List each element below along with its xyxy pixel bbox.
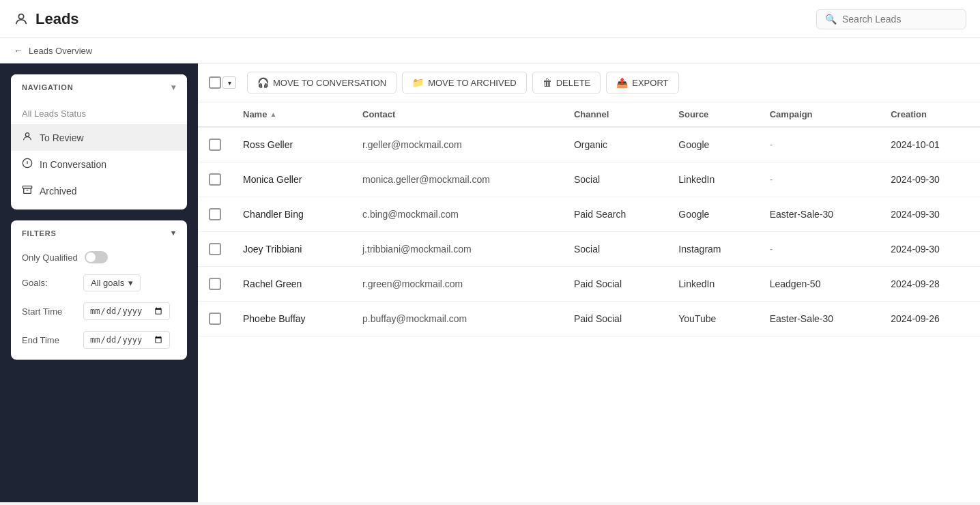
row-name: Joey Tribbiani [232,232,351,267]
col-name[interactable]: Name ▲ [232,102,351,127]
col-source: Source [667,102,758,127]
export-button[interactable]: 📤 EXPORT [606,72,678,93]
row-checkbox[interactable] [209,313,221,325]
goals-chevron-icon: ▾ [128,278,133,288]
dropdown-arrow-icon: ▾ [228,79,231,87]
row-creation: 2024-09-30 [880,197,980,232]
start-time-row: Start Time [11,297,187,326]
move-to-archived-button[interactable]: 📁 MOVE TO ARCHIVED [402,72,527,93]
export-icon: 📤 [616,77,628,88]
row-checkbox-cell [198,162,232,197]
row-contact: r.geller@mockmail.com [351,127,563,162]
select-all-checkbox[interactable] [209,76,221,89]
breadcrumb-label[interactable]: Leads Overview [29,46,92,56]
nav-chevron-icon[interactable]: ▾ [171,83,176,92]
row-checkbox[interactable] [209,173,221,186]
row-campaign: - [759,127,880,162]
to-review-icon [22,131,33,144]
row-contact: c.bing@mockmail.com [351,197,563,232]
delete-label: DELETE [556,78,591,88]
row-contact: j.tribbiani@mockmail.com [351,232,563,267]
sidebar: NAVIGATION ▾ All Leads Status To Review … [0,63,198,502]
row-checkbox-cell [198,267,232,302]
goals-row: Goals: All goals ▾ [11,269,187,297]
filters-label: FILTERS [22,229,57,237]
goals-select[interactable]: All goals ▾ [83,274,141,291]
table-row: Rachel Green r.green@mockmail.com Paid S… [198,267,980,302]
leads-icon [14,12,29,27]
row-checkbox[interactable] [209,139,221,151]
row-creation: 2024-09-28 [880,267,980,302]
row-source: LinkedIn [667,267,758,302]
select-dropdown[interactable]: ▾ [222,76,236,89]
row-name: Monica Geller [232,162,351,197]
col-campaign: Campaign [759,102,880,127]
headset-icon: 🎧 [257,77,269,88]
nav-items: All Leads Status To Review In Conversati… [11,100,187,210]
row-checkbox-cell [198,232,232,267]
row-channel: Paid Search [563,197,667,232]
goals-value: All goals [91,278,124,288]
move-to-conversation-button[interactable]: 🎧 MOVE TO CONVERSATION [247,72,397,93]
in-conversation-icon [22,158,33,171]
goals-label: Goals: [22,278,76,288]
table-row: Joey Tribbiani j.tribbiani@mockmail.com … [198,232,980,267]
leads-table-container: Name ▲ Contact Channel Source Campaign C… [198,102,980,502]
only-qualified-toggle[interactable] [85,251,108,263]
row-creation: 2024-09-26 [880,302,980,336]
search-input[interactable] [842,14,951,25]
table-row: Monica Geller monica.geller@mockmail.com… [198,162,980,197]
row-checkbox[interactable] [209,243,221,255]
table-row: Chandler Bing c.bing@mockmail.com Paid S… [198,197,980,232]
row-checkbox-cell [198,197,232,232]
end-time-input[interactable] [83,331,170,349]
col-checkbox [198,102,232,127]
sidebar-item-archived[interactable]: Archived [11,177,187,204]
row-name: Rachel Green [232,267,351,302]
row-channel: Paid Social [563,302,667,336]
all-leads-label: All Leads Status [11,103,187,124]
row-campaign: Easter-Sale-30 [759,197,880,232]
row-checkbox[interactable] [209,278,221,290]
row-contact: p.buffay@mockmail.com [351,302,563,336]
row-source: YouTube [667,302,758,336]
table-row: Phoebe Buffay p.buffay@mockmail.com Paid… [198,302,980,336]
search-icon: 🔍 [825,14,837,25]
search-container[interactable]: 🔍 [816,9,966,29]
row-contact: monica.geller@mockmail.com [351,162,563,197]
row-campaign: - [759,162,880,197]
only-qualified-row: Only Qualified [11,246,187,269]
row-checkbox-cell [198,127,232,162]
row-channel: Social [563,162,667,197]
nav-label: NAVIGATION [22,83,73,91]
row-campaign: Easter-Sale-30 [759,302,880,336]
main-layout: NAVIGATION ▾ All Leads Status To Review … [0,63,980,502]
row-channel: Paid Social [563,267,667,302]
table-row: Ross Geller r.geller@mockmail.com Organi… [198,127,980,162]
leads-table: Name ▲ Contact Channel Source Campaign C… [198,102,980,336]
start-time-input[interactable] [83,302,170,320]
table-header-row: Name ▲ Contact Channel Source Campaign C… [198,102,980,127]
app-header: Leads 🔍 [0,0,980,38]
sidebar-item-in-conversation[interactable]: In Conversation [11,151,187,177]
export-label: EXPORT [632,78,668,88]
archived-icon [22,184,33,197]
filters-section: FILTERS ▾ Only Qualified Goals: All goal… [11,220,187,360]
back-arrow-icon[interactable]: ← [14,45,23,56]
sidebar-item-to-review[interactable]: To Review [11,124,187,151]
row-contact: r.green@mockmail.com [351,267,563,302]
filters-chevron-icon[interactable]: ▾ [171,229,176,237]
app-title: Leads [35,10,79,28]
nav-section: NAVIGATION ▾ All Leads Status To Review … [11,74,187,210]
row-checkbox[interactable] [209,208,221,220]
row-channel: Social [563,232,667,267]
trash-icon: 🗑 [543,77,552,88]
row-checkbox-cell [198,302,232,336]
only-qualified-label: Only Qualified [22,252,78,263]
end-time-label: End Time [22,335,76,345]
header-left: Leads [14,10,79,28]
row-source: LinkedIn [667,162,758,197]
nav-section-header: NAVIGATION ▾ [11,74,187,100]
in-conversation-label: In Conversation [40,159,106,170]
delete-button[interactable]: 🗑 DELETE [532,72,601,93]
